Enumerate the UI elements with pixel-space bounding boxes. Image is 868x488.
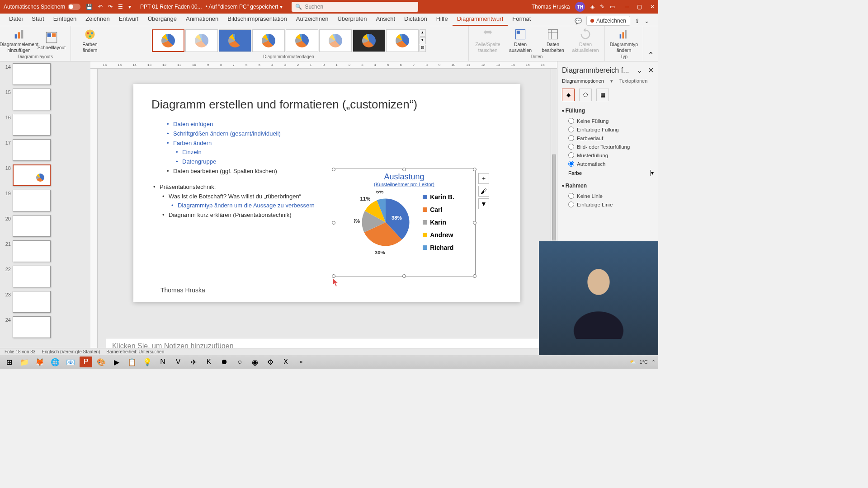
resize-handle[interactable] bbox=[332, 168, 335, 171]
chart-filters-button[interactable]: ▼ bbox=[478, 198, 489, 209]
dropdown-icon[interactable]: ▾ bbox=[280, 4, 283, 10]
fill-option-radio[interactable]: Musterfüllung bbox=[562, 151, 654, 160]
record-button[interactable]: Aufzeichnen bbox=[586, 16, 630, 26]
diamond-icon[interactable]: ◈ bbox=[590, 4, 594, 10]
bullet-subitem[interactable]: Datengruppe bbox=[174, 157, 502, 167]
slide-thumbnail[interactable] bbox=[13, 266, 51, 287]
bullet-item[interactable]: Schriftgrößen ändern (gesamt/individuell… bbox=[165, 129, 502, 139]
obs-icon[interactable]: ⏺ bbox=[218, 357, 231, 367]
legend-item[interactable]: Carl bbox=[423, 203, 454, 216]
more-icon[interactable]: ▾ bbox=[128, 4, 131, 10]
add-chart-element-button[interactable]: Diagrammelement hinzufügen bbox=[4, 28, 34, 53]
legend-item[interactable]: Karin bbox=[423, 216, 454, 229]
resize-handle[interactable] bbox=[473, 274, 476, 278]
chart-style-8[interactable] bbox=[386, 29, 419, 52]
slide-thumbnail[interactable] bbox=[13, 215, 51, 237]
ribbon-tab[interactable]: Einfügen bbox=[49, 13, 81, 26]
slide-thumbnail[interactable] bbox=[13, 114, 51, 136]
slide-counter[interactable]: Folie 18 von 33 bbox=[5, 349, 35, 354]
autosave-toggle[interactable]: Automatisches Speichern bbox=[4, 4, 80, 10]
user-avatar[interactable]: TH bbox=[575, 2, 585, 12]
border-option-radio[interactable]: Keine Linie bbox=[562, 192, 654, 200]
save-icon[interactable]: 💾 bbox=[86, 4, 93, 10]
ribbon-tab[interactable]: Format bbox=[508, 13, 535, 26]
fill-option-radio[interactable]: Automatisch bbox=[562, 160, 654, 168]
app-icon[interactable]: ▫ bbox=[295, 357, 307, 367]
resize-handle[interactable] bbox=[473, 221, 476, 225]
ribbon-tab[interactable]: Animationen bbox=[181, 13, 223, 26]
dropdown-icon[interactable]: ▾ bbox=[610, 78, 613, 84]
settings-icon[interactable]: ⚙ bbox=[264, 357, 277, 367]
toggle-switch[interactable] bbox=[68, 4, 80, 10]
share-icon[interactable]: ⇪ bbox=[635, 18, 640, 24]
user-name[interactable]: Thomas Hruska bbox=[532, 4, 570, 10]
ribbon-tab[interactable]: Dictation bbox=[400, 13, 432, 26]
slide-thumbnail[interactable] bbox=[13, 89, 51, 110]
resize-handle[interactable] bbox=[402, 168, 406, 171]
chart-object[interactable]: Auslastung (Kursteilnehmer pro Lektor) 3… bbox=[333, 169, 475, 277]
window-icon[interactable]: ▭ bbox=[610, 4, 615, 10]
slide-footer[interactable]: Thomas Hruska bbox=[160, 286, 205, 294]
edit-data-button[interactable]: Daten bearbeiten bbox=[538, 28, 568, 53]
comments-icon[interactable]: 💬 bbox=[575, 18, 582, 24]
tray-expand-icon[interactable]: ⌃ bbox=[651, 359, 656, 365]
refresh-data-button[interactable]: Daten aktualisieren bbox=[570, 28, 601, 53]
slide-thumbnail[interactable] bbox=[13, 190, 51, 211]
pane-close-icon[interactable]: ✕ bbox=[648, 66, 654, 74]
chart-styles-button[interactable]: 🖌 bbox=[478, 186, 489, 197]
language-indicator[interactable]: Englisch (Vereinigte Staaten) bbox=[42, 349, 100, 354]
legend-item[interactable]: Karin B. bbox=[423, 191, 454, 203]
accessibility-check[interactable]: Barrierefreiheit: Untersuchen bbox=[106, 349, 164, 354]
border-section-header[interactable]: Rahmen bbox=[562, 183, 654, 189]
legend-item[interactable]: Richard bbox=[423, 241, 454, 254]
resize-handle[interactable] bbox=[332, 221, 335, 225]
excel-icon[interactable]: X bbox=[279, 357, 292, 367]
resize-handle[interactable] bbox=[332, 274, 335, 278]
resize-handle[interactable] bbox=[473, 168, 476, 171]
app-icon[interactable]: 💡 bbox=[141, 357, 154, 367]
ribbon-tab[interactable]: Entwurf bbox=[114, 13, 143, 26]
switch-row-column-button[interactable]: Zeile/Spalte tauschen bbox=[472, 28, 503, 53]
slide-title[interactable]: Diagramm erstellen und formatieren („cus… bbox=[151, 98, 502, 112]
firefox-icon[interactable]: 🦊 bbox=[33, 357, 46, 367]
app-icon[interactable]: K bbox=[203, 357, 215, 367]
styles-scroll-up-icon[interactable]: ▴ bbox=[420, 29, 426, 37]
ribbon-tab[interactable]: Bildschirmpräsentation bbox=[223, 13, 292, 26]
slide-thumbnail[interactable] bbox=[13, 316, 51, 338]
fill-section-header[interactable]: Füllung bbox=[562, 108, 654, 114]
app-icon[interactable]: 📋 bbox=[126, 357, 138, 367]
touch-mode-icon[interactable]: ☰ bbox=[118, 4, 123, 10]
telegram-icon[interactable]: ✈ bbox=[187, 357, 200, 367]
close-icon[interactable]: ✕ bbox=[650, 4, 655, 10]
slide-thumbnail[interactable] bbox=[13, 63, 51, 85]
document-title[interactable]: PPT 01 Roter Faden 00... bbox=[140, 4, 202, 10]
redo-icon[interactable]: ↷ bbox=[108, 4, 113, 10]
chart-legend[interactable]: Karin B.CarlKarinAndrewRichard bbox=[423, 191, 454, 254]
chart-style-4[interactable] bbox=[252, 29, 285, 52]
vlc-icon[interactable]: ▶ bbox=[110, 357, 123, 367]
chart-style-1[interactable] bbox=[152, 29, 184, 52]
app-icon[interactable]: 🎨 bbox=[95, 357, 108, 367]
maximize-icon[interactable]: ▢ bbox=[637, 4, 642, 10]
chart-elements-button[interactable]: + bbox=[478, 173, 489, 184]
weather-icon[interactable]: ⛅ bbox=[630, 359, 636, 365]
chart-style-7[interactable] bbox=[353, 29, 385, 52]
search-input[interactable] bbox=[305, 4, 415, 10]
temperature[interactable]: 1°C bbox=[640, 359, 648, 365]
ribbon-tab[interactable]: Aufzeichnen bbox=[292, 13, 333, 26]
slide-thumbnail[interactable] bbox=[13, 164, 51, 186]
tab-chart-options[interactable]: Diagrammoptionen bbox=[562, 78, 604, 84]
fill-option-radio[interactable]: Bild- oder Texturfüllung bbox=[562, 142, 654, 151]
pane-dropdown-icon[interactable]: ⌄ bbox=[637, 66, 642, 74]
chart-style-3[interactable] bbox=[219, 29, 251, 52]
border-option-radio[interactable]: Einfarbige Linie bbox=[562, 200, 654, 209]
ribbon-tab[interactable]: Hilfe bbox=[432, 13, 453, 26]
bullet-item[interactable]: Farben ändern bbox=[165, 139, 502, 148]
ribbon-collapse-chevron-icon[interactable]: ⌃ bbox=[643, 49, 658, 61]
ribbon-tab[interactable]: Datei bbox=[5, 13, 27, 26]
pie-chart[interactable]: 38%30%15%11%6% bbox=[354, 191, 417, 254]
tab-text-options[interactable]: Textoptionen bbox=[619, 78, 647, 84]
styles-scroll-down-icon[interactable]: ▾ bbox=[420, 37, 426, 44]
effects-icon[interactable]: ⬠ bbox=[579, 89, 592, 101]
slide-thumbnail[interactable] bbox=[13, 240, 51, 262]
